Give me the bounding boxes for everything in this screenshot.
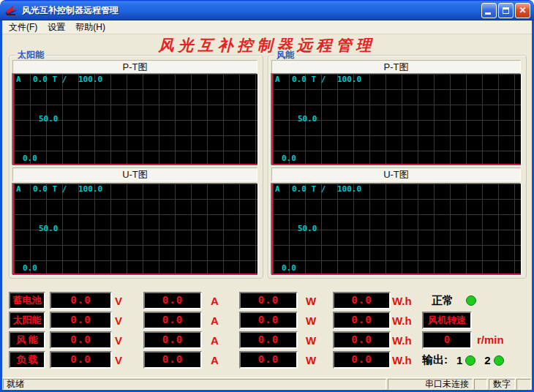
load-energy-display: 0.0 xyxy=(333,351,391,369)
app-icon xyxy=(4,4,18,17)
voltage-unit: V xyxy=(115,354,122,366)
y-mid-label: 50.0 xyxy=(39,225,59,233)
y-mid-label: 50.0 xyxy=(298,225,317,233)
energy-unit: W.h xyxy=(392,295,412,307)
minimize-icon xyxy=(485,12,491,15)
voltage-unit: V xyxy=(115,295,122,307)
row-label: 风 能 xyxy=(9,331,45,349)
menu-settings[interactable]: 设置 xyxy=(42,20,70,35)
output2-number: 2 xyxy=(484,354,490,366)
window-title: 风光互补控制器远程管理 xyxy=(22,4,480,17)
axis-label: A xyxy=(275,75,280,83)
menu-file[interactable]: 文件(F) xyxy=(4,20,42,35)
energy-unit: W.h xyxy=(392,354,412,366)
chart-solar-ut: A 0.0 T / 100.0 50.0 0.0 xyxy=(12,184,257,275)
battery-energy-display: 0.0 xyxy=(333,292,391,309)
y-mid-label: 50.0 xyxy=(39,115,59,123)
wind-energy-display: 0.0 xyxy=(333,331,391,349)
system-status-indicator xyxy=(466,295,476,306)
fan-speed-display: 0 xyxy=(422,331,472,349)
y-min-label: 0.0 xyxy=(23,264,37,272)
fan-speed-label: 风机转速 xyxy=(422,312,472,329)
window-frame: 文件(F) 设置 帮助(H) 风光互补控制器远程管理 太阳能 P-T图 A 0.… xyxy=(0,20,534,392)
groupbox-solar: 太阳能 P-T图 A 0.0 T / 100.0 50.0 0.0 U-T图 A… xyxy=(9,55,263,279)
power-unit: W xyxy=(306,354,316,366)
row-label: 负 载 xyxy=(9,351,45,369)
chart-wind-ut: A 0.0 T / 100.0 50.0 0.0 xyxy=(271,184,521,275)
output-label: 输出: xyxy=(422,353,448,367)
time-label: 0.0 T / xyxy=(292,75,326,83)
voltage-unit: V xyxy=(115,314,122,327)
solar-current-display: 0.0 xyxy=(143,312,202,329)
battery-power-display: 0.0 xyxy=(239,292,298,309)
time-label: 0.0 T / xyxy=(33,75,67,83)
status-serial-connection: 串口未连接 xyxy=(388,379,473,390)
status-spacer xyxy=(474,379,487,390)
menu-help[interactable]: 帮助(H) xyxy=(70,20,110,35)
power-unit: W xyxy=(306,314,316,327)
row-label: 太阳能 xyxy=(9,312,45,329)
time-label: 0.0 T / xyxy=(33,185,67,193)
time-max: 100.0 xyxy=(337,75,361,83)
axis-label: A xyxy=(275,185,280,193)
energy-unit: W.h xyxy=(392,314,412,327)
output-status: 输出: 1 2 xyxy=(422,353,504,367)
chart-title-wind-pt: P-T图 xyxy=(271,60,521,74)
groupbox-wind: 风能 P-T图 A 0.0 T / 100.0 50.0 0.0 U-T图 A … xyxy=(268,55,527,279)
app-window: 风光互补控制器远程管理 ✕ 文件(F) 设置 帮助(H) 风光互补控制器远程管理… xyxy=(0,0,534,392)
chart-title-wind-ut: U-T图 xyxy=(271,167,521,181)
current-unit: A xyxy=(211,354,219,366)
current-unit: A xyxy=(211,334,219,347)
minimize-button[interactable] xyxy=(481,3,497,18)
chart-title-solar-pt: P-T图 xyxy=(12,60,257,74)
current-unit: A xyxy=(211,295,219,307)
maximize-button[interactable] xyxy=(498,3,514,18)
battery-current-display: 0.0 xyxy=(143,292,202,309)
time-max: 100.0 xyxy=(78,75,102,83)
time-max: 100.0 xyxy=(78,185,102,193)
close-button[interactable]: ✕ xyxy=(515,3,530,18)
y-mid-label: 50.0 xyxy=(298,115,317,123)
chart-title-solar-ut: U-T图 xyxy=(12,167,257,181)
groupbox-solar-label: 太阳能 xyxy=(15,50,46,60)
maximize-icon xyxy=(503,7,509,14)
output1-number: 1 xyxy=(456,354,462,366)
current-unit: A xyxy=(211,314,219,327)
status-spacer xyxy=(516,379,531,390)
solar-power-display: 0.0 xyxy=(239,312,298,329)
chart-wind-pt: A 0.0 T / 100.0 50.0 0.0 xyxy=(271,74,521,165)
load-voltage-display: 0.0 xyxy=(50,351,112,369)
time-label: 0.0 T / xyxy=(292,185,326,193)
time-max: 100.0 xyxy=(337,185,361,193)
power-unit: W xyxy=(306,295,316,307)
system-status-label: 正常 xyxy=(432,294,454,308)
load-power-display: 0.0 xyxy=(239,351,298,369)
status-num-indicator: 数字 xyxy=(489,379,515,390)
load-current-display: 0.0 xyxy=(143,351,202,369)
battery-voltage-display: 0.0 xyxy=(50,292,112,309)
y-min-label: 0.0 xyxy=(282,264,296,272)
power-unit: W xyxy=(306,334,316,347)
y-min-label: 0.0 xyxy=(282,154,296,162)
solar-voltage-display: 0.0 xyxy=(50,312,112,329)
status-ready: 就绪 xyxy=(3,379,386,390)
axis-label: A xyxy=(16,75,21,83)
client-area: 风光互补控制器远程管理 太阳能 P-T图 A 0.0 T / 100.0 50.… xyxy=(2,34,532,379)
wind-current-display: 0.0 xyxy=(143,331,202,349)
chart-solar-pt: A 0.0 T / 100.0 50.0 0.0 xyxy=(12,74,257,165)
title-bar[interactable]: 风光互补控制器远程管理 ✕ xyxy=(0,0,534,20)
page-title: 风光互补控制器远程管理 xyxy=(2,35,532,56)
wind-voltage-display: 0.0 xyxy=(50,331,112,349)
fan-speed-unit: r/min xyxy=(477,333,504,346)
y-min-label: 0.0 xyxy=(23,154,37,162)
output2-indicator xyxy=(494,355,504,366)
voltage-unit: V xyxy=(115,334,122,347)
wind-power-display: 0.0 xyxy=(239,331,298,349)
menu-bar: 文件(F) 设置 帮助(H) xyxy=(2,20,532,34)
groupbox-wind-label: 风能 xyxy=(274,50,296,60)
row-label: 蓄电池 xyxy=(9,292,45,309)
solar-energy-display: 0.0 xyxy=(333,312,391,329)
energy-unit: W.h xyxy=(392,334,412,347)
status-bar: 就绪 串口未连接 数字 xyxy=(2,377,532,390)
output1-indicator xyxy=(465,355,475,366)
